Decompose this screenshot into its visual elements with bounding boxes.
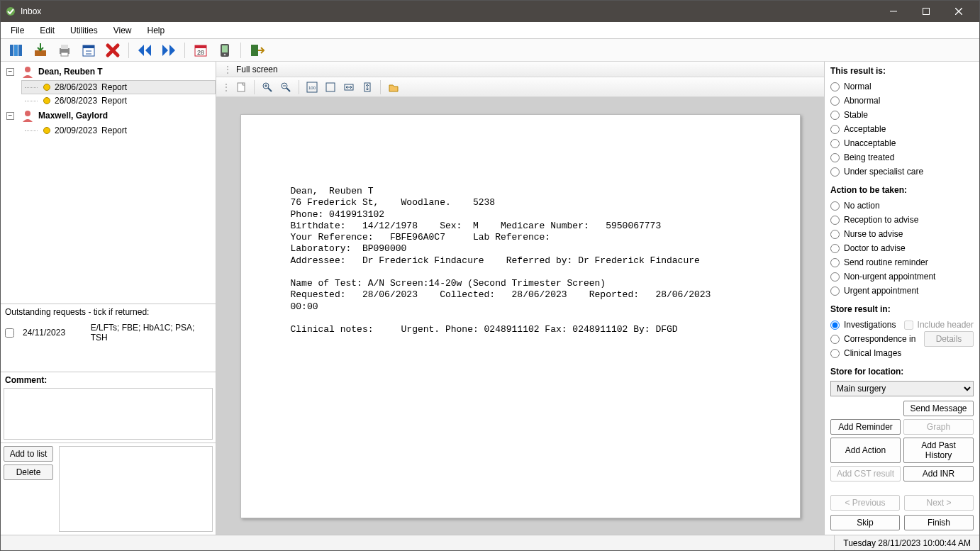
svg-rect-20 xyxy=(222,45,228,52)
fit-width-icon[interactable] xyxy=(341,79,357,95)
zoom-100-icon[interactable]: 100 xyxy=(304,79,320,95)
fullscreen-bar[interactable]: ⋮ Full screen xyxy=(216,62,824,77)
collapse-icon[interactable]: − xyxy=(6,112,14,120)
minimize-button[interactable] xyxy=(877,1,910,22)
patient-node-dean[interactable]: − Dean, Reuben T xyxy=(4,63,216,80)
outstanding-date: 24/11/2023 xyxy=(23,328,65,338)
svg-point-23 xyxy=(25,67,30,72)
result-option-stable[interactable]: Stable xyxy=(830,108,974,121)
collapse-icon[interactable]: − xyxy=(6,68,14,76)
action-option-nonurgent[interactable]: Non-urgent appointment xyxy=(830,270,974,283)
date-icon[interactable]: 28 xyxy=(189,40,212,60)
skip-button[interactable]: Skip xyxy=(830,515,900,530)
finish-button[interactable]: Finish xyxy=(904,515,974,530)
menu-view[interactable]: View xyxy=(106,23,139,38)
location-select[interactable]: Main surgery xyxy=(830,381,974,396)
result-header: This result is: xyxy=(830,66,974,76)
viewer-panel: ⋮ Full screen ⋮ 100 xyxy=(216,62,825,535)
next-button[interactable]: Next > xyxy=(904,495,974,511)
records-icon[interactable] xyxy=(5,40,28,60)
report-date: 26/08/2023 xyxy=(55,96,97,106)
outstanding-checkbox[interactable] xyxy=(5,328,14,338)
result-option-acceptable[interactable]: Acceptable xyxy=(830,123,974,135)
add-to-list-button[interactable]: Add to list xyxy=(4,446,53,462)
action-option-reminder[interactable]: Send routine reminder xyxy=(830,256,974,269)
exit-icon[interactable] xyxy=(245,40,268,60)
main-toolbar: 28 xyxy=(1,39,979,62)
new-doc-icon[interactable] xyxy=(233,79,249,95)
calendar-icon[interactable] xyxy=(77,40,100,60)
left-button-row: Add to list Delete xyxy=(1,443,216,535)
svg-rect-7 xyxy=(18,45,22,56)
previous-button[interactable]: < Previous xyxy=(830,495,900,511)
next-icon[interactable] xyxy=(157,40,180,60)
outstanding-item[interactable]: 24/11/2023 E/LFTs; FBE; HbA1C; PSA; TSH xyxy=(5,321,211,344)
report-type: Report xyxy=(101,96,127,106)
store-option-correspondence[interactable]: Correspondence in xyxy=(830,333,915,345)
add-inr-button[interactable]: Add INR xyxy=(903,466,974,482)
import-icon[interactable] xyxy=(29,40,52,60)
add-past-history-button[interactable]: Add Past History xyxy=(903,438,974,463)
zoom-in-icon[interactable] xyxy=(260,79,275,95)
store-option-investigations[interactable]: Investigations xyxy=(830,318,896,331)
body: − Dean, Reuben T 28/06/2023 Report xyxy=(1,62,979,535)
result-option-normal[interactable]: Normal xyxy=(830,80,974,93)
close-button[interactable] xyxy=(942,1,975,22)
details-button[interactable]: Details xyxy=(924,331,974,347)
zoom-out-icon[interactable] xyxy=(278,79,294,95)
svg-rect-5 xyxy=(10,45,13,56)
report-row[interactable]: 28/06/2023 Report xyxy=(21,80,216,94)
maximize-button[interactable] xyxy=(910,1,942,22)
menu-help[interactable]: Help xyxy=(140,23,172,38)
report-type: Report xyxy=(101,82,127,92)
action-option-nurse[interactable]: Nurse to advise xyxy=(830,228,974,240)
outstanding-panel: Outstanding requests - tick if returned:… xyxy=(1,304,216,372)
store-option-clinical[interactable]: Clinical Images xyxy=(830,347,974,360)
menu-utilities[interactable]: Utilities xyxy=(63,23,105,38)
phone-icon[interactable] xyxy=(213,40,236,60)
result-option-being-treated[interactable]: Being treated xyxy=(830,151,974,164)
status-dot-icon xyxy=(43,84,50,91)
document-viewer[interactable]: Dean, Reuben T 76 Frederick St, Woodlane… xyxy=(216,97,824,535)
report-date: 28/06/2023 xyxy=(55,82,97,92)
patient-node-maxwell[interactable]: − Maxwell, Gaylord xyxy=(4,107,216,124)
svg-point-21 xyxy=(224,53,226,55)
viewer-toolbar: ⋮ 100 xyxy=(216,77,824,97)
menu-file[interactable]: File xyxy=(4,23,31,38)
print-icon[interactable] xyxy=(53,40,76,60)
action-option-none[interactable]: No action xyxy=(830,199,974,212)
result-option-specialist[interactable]: Under specialist care xyxy=(830,165,974,178)
left-panel: − Dean, Reuben T 28/06/2023 Report xyxy=(1,62,216,535)
result-option-abnormal[interactable]: Abnormal xyxy=(830,94,974,107)
patient-name: Dean, Reuben T xyxy=(38,67,103,77)
action-option-urgent[interactable]: Urgent appointment xyxy=(830,284,974,297)
delete-button[interactable]: Delete xyxy=(4,464,53,480)
fit-height-icon[interactable] xyxy=(360,79,375,95)
result-option-unacceptable[interactable]: Unacceptable xyxy=(830,137,974,150)
report-row[interactable]: 26/08/2023 Report xyxy=(22,94,216,107)
comment-panel: Comment: xyxy=(1,372,216,443)
graph-button[interactable]: Graph xyxy=(903,419,974,435)
fit-page-icon[interactable] xyxy=(323,79,338,95)
app-icon xyxy=(5,6,16,17)
add-action-button[interactable]: Add Action xyxy=(830,438,901,463)
comment-textarea[interactable] xyxy=(4,388,213,440)
svg-point-24 xyxy=(25,111,30,116)
send-message-button[interactable]: Send Message xyxy=(903,401,974,416)
report-row[interactable]: 20/09/2023 Report xyxy=(22,124,216,137)
delete-icon[interactable] xyxy=(101,40,124,60)
svg-rect-35 xyxy=(326,83,335,91)
menu-edit[interactable]: Edit xyxy=(33,23,62,38)
prev-icon[interactable] xyxy=(133,40,156,60)
add-reminder-button[interactable]: Add Reminder xyxy=(830,419,901,435)
status-dot-icon xyxy=(43,97,50,104)
include-header-checkbox[interactable]: Include header xyxy=(904,318,974,331)
open-folder-icon[interactable] xyxy=(386,79,401,95)
add-cst-button[interactable]: Add CST result xyxy=(830,466,901,482)
store-header: Store result in: xyxy=(830,304,974,314)
person-icon xyxy=(21,109,34,122)
titlebar: Inbox xyxy=(1,1,979,22)
action-option-reception[interactable]: Reception to advise xyxy=(830,213,974,226)
action-option-doctor[interactable]: Doctor to advise xyxy=(830,242,974,255)
report-page: Dean, Reuben T 76 Frederick St, Woodlane… xyxy=(240,114,801,518)
